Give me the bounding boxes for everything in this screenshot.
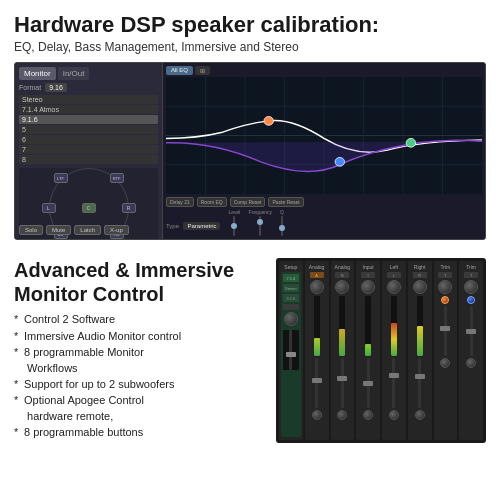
hardware-subtitle: EQ, Delay, Bass Management, Immersive an… (14, 40, 486, 54)
ch-analog1-meter (314, 296, 320, 356)
setup-btn-1[interactable]: 7.1.4 (283, 274, 299, 282)
ch-analog2-fader (341, 358, 344, 408)
ch-left-knob[interactable] (387, 280, 401, 294)
bullet-5: Optional Apogee Control hardware remote, (14, 393, 264, 424)
eq-btn-paste[interactable]: Paste Reset (268, 197, 303, 207)
format-row: Format 9.16 (19, 83, 158, 92)
eq-btn-room[interactable]: Room EQ (197, 197, 227, 207)
eq-btn-comp[interactable]: Comp Reset (230, 197, 266, 207)
channel-input: Input I (356, 261, 380, 440)
workflow-5[interactable]: 5 (19, 125, 158, 134)
ch-input-fader-handle[interactable] (363, 381, 373, 386)
ch-input-btn[interactable]: I (361, 272, 375, 278)
eq-tab-all[interactable]: All EQ (166, 66, 193, 75)
workflow-7[interactable]: 7 (19, 145, 158, 154)
eq-freq-slider[interactable] (259, 216, 261, 236)
ch-analog2-knob[interactable] (335, 280, 349, 294)
ch-input-label: Input (363, 264, 374, 270)
bottom-left: Advanced & Immersive Monitor Control Con… (14, 258, 264, 443)
speaker-rtf: RTF (110, 173, 124, 183)
ch-analog1-fader-handle[interactable] (312, 378, 322, 383)
ch-trim2-fader-handle[interactable] (466, 329, 476, 334)
setup-fader-handle[interactable] (286, 352, 296, 357)
channel-right: Right R (408, 261, 432, 440)
monitor-screenshot: Setup 7.1.4 Stereo 9.1.6 (276, 258, 486, 443)
ch-right-knob[interactable] (413, 280, 427, 294)
ch-analog1-fader-area: A (307, 272, 327, 437)
ch-analog2-trim-knob[interactable] (337, 410, 347, 420)
svg-point-10 (264, 117, 273, 126)
ch-trim2-fader-area: T (461, 272, 481, 437)
eq-freq-handle (257, 219, 263, 225)
ch-trim1-btn[interactable]: T (438, 272, 452, 278)
setup-knob[interactable] (284, 312, 298, 326)
ch-setup-label: Setup (284, 264, 297, 270)
ch-trim2-btn[interactable]: T (464, 272, 478, 278)
ch-trim2-led (467, 296, 475, 304)
feature-list: Control 2 Software Immersive Audio Monit… (14, 312, 264, 441)
ch-analog1-fader (315, 358, 318, 408)
channel-analog-1: Analog A (305, 261, 329, 440)
ch-trim1-label: Trim (440, 264, 450, 270)
channel-trim-2: Trim T (459, 261, 483, 440)
hardware-title: Hardware DSP speaker calibration: (14, 12, 486, 38)
ch-analog2-btn[interactable]: B (335, 272, 349, 278)
ch-right-fader-handle[interactable] (415, 374, 425, 379)
dsp-tabs: Monitor In/Out (19, 67, 158, 80)
ch-analog1-trim-knob[interactable] (312, 410, 322, 420)
ch-input-trim-knob[interactable] (363, 410, 373, 420)
ch-left-trim-knob[interactable] (389, 410, 399, 420)
monitor-title-line1: Advanced & Immersive (14, 259, 234, 281)
ch-right-btn[interactable]: R (413, 272, 427, 278)
workflow-stereo[interactable]: Stereo (19, 95, 158, 104)
ch-left-meter (391, 296, 397, 356)
channel-analog-2: Analog B (331, 261, 355, 440)
eq-btn-delay[interactable]: Delay 21 (166, 197, 194, 207)
main-container: Hardware DSP speaker calibration: EQ, De… (0, 0, 500, 500)
workflow-6[interactable]: 6 (19, 135, 158, 144)
tab-monitor-workflows[interactable]: Monitor (19, 67, 56, 80)
tab-inout[interactable]: In/Out (58, 67, 90, 80)
ch-trim1-fader-handle[interactable] (440, 326, 450, 331)
eq-grid-svg (166, 77, 482, 194)
setup-fader-track (289, 330, 292, 370)
setup-btn-2[interactable]: Stereo (283, 284, 299, 292)
ch-analog2-meter (339, 296, 345, 356)
ch-trim1-knob[interactable] (438, 280, 452, 294)
solo-button[interactable]: Solo (19, 225, 43, 235)
ch-analog1-btn[interactable]: A (310, 272, 324, 278)
xup-button[interactable]: X-up (104, 225, 129, 235)
ch-left-fader-handle[interactable] (389, 373, 399, 378)
latch-button[interactable]: Latch (74, 225, 101, 235)
eq-q-slider[interactable] (281, 216, 283, 236)
dsp-eq-panel: All EQ ⊞ (163, 63, 485, 239)
mute-button[interactable]: Mute (46, 225, 71, 235)
speaker-c: C (82, 203, 96, 213)
ch-left-label: Left (390, 264, 398, 270)
workflow-atmos[interactable]: 7.1.4 Atmos (19, 105, 158, 114)
workflow-916[interactable]: 9.1.6 (19, 115, 158, 124)
eq-tab-flat[interactable]: ⊞ (195, 66, 210, 75)
ch-analog2-fader-area: B (333, 272, 353, 437)
ch-trim1-fader (444, 306, 447, 356)
setup-btn-3[interactable]: 9.1.6 (283, 294, 299, 302)
channel-setup: Setup 7.1.4 Stereo 9.1.6 (279, 261, 303, 440)
ch-input-meter-fill (365, 344, 371, 356)
ch-right-trim-knob[interactable] (415, 410, 425, 420)
ch-left-btn[interactable]: L (387, 272, 401, 278)
ch-analog1-knob[interactable] (310, 280, 324, 294)
ch-trim2-knob[interactable] (464, 280, 478, 294)
ch-analog2-fader-handle[interactable] (337, 376, 347, 381)
ch-input-knob[interactable] (361, 280, 375, 294)
ch-right-fader (418, 358, 421, 408)
setup-knob-area (283, 312, 299, 326)
eq-type-value[interactable]: Parametric (183, 222, 220, 230)
eq-level-slider[interactable] (233, 216, 235, 236)
ch-trim2-trim-knob[interactable] (466, 358, 476, 368)
workflow-8[interactable]: 8 (19, 155, 158, 164)
ch-trim2-label: Trim (466, 264, 476, 270)
ch-analog1-meter-fill (314, 338, 320, 356)
dsp-left-panel: Monitor In/Out Format 9.16 Stereo 7.1.4 … (15, 63, 163, 239)
ch-input-fader (367, 358, 370, 408)
ch-trim1-trim-knob[interactable] (440, 358, 450, 368)
